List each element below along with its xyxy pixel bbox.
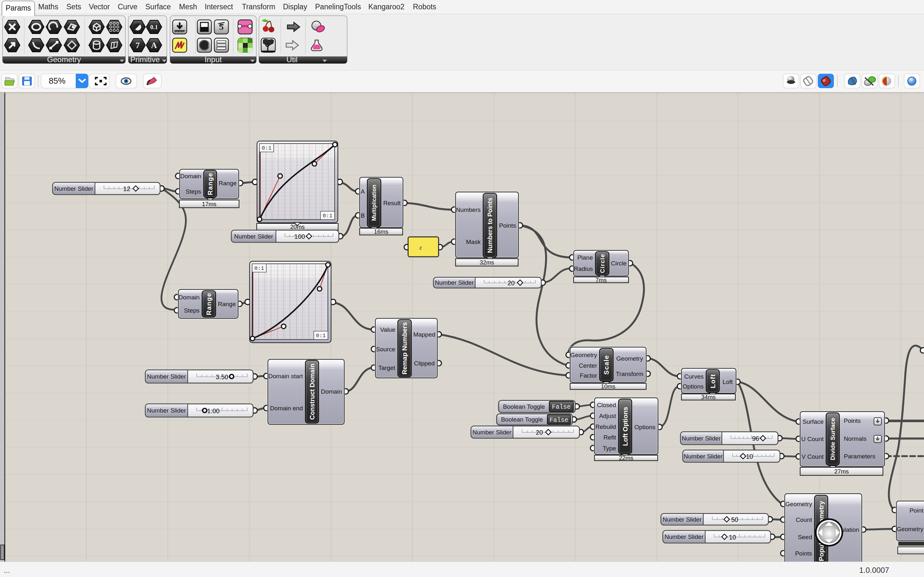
svg-text:Util: Util [286, 55, 298, 64]
svg-text:50: 50 [731, 516, 738, 523]
svg-text:100: 100 [294, 233, 305, 240]
svg-text:Radius: Radius [574, 266, 593, 272]
svg-text:Number Slider: Number Slider [435, 279, 474, 286]
svg-text:Circle: Circle [599, 253, 606, 273]
svg-text:Circle: Circle [611, 260, 627, 267]
svg-text:10: 10 [746, 453, 753, 460]
svg-text:Domain end: Domain end [270, 405, 303, 412]
svg-text:Numbers: Numbers [456, 206, 481, 213]
svg-text:Range: Range [219, 180, 237, 187]
svg-text:Geometry: Geometry [570, 351, 598, 358]
svg-text:Factor: Factor [580, 372, 598, 379]
svg-text:96: 96 [752, 435, 759, 442]
svg-text:Steps: Steps [186, 188, 201, 195]
svg-text:17ms: 17ms [202, 201, 216, 207]
svg-text:20: 20 [507, 279, 515, 287]
svg-text:Curves: Curves [684, 373, 704, 380]
svg-text:False: False [552, 404, 571, 411]
svg-text:Center: Center [579, 362, 598, 369]
svg-text:Type: Type [603, 445, 616, 452]
svg-text:Normals: Normals [844, 435, 867, 442]
svg-text:0.1: 0.1 [150, 24, 158, 31]
svg-text:Transform: Transform [616, 371, 644, 377]
svg-text:Mapped: Mapped [413, 331, 435, 338]
svg-text:10ms: 10ms [601, 383, 615, 390]
svg-text:Number Slider: Number Slider [473, 429, 512, 436]
svg-text:Closed: Closed [597, 402, 616, 408]
svg-text:Range: Range [206, 172, 214, 195]
svg-text:12: 12 [123, 185, 130, 192]
svg-text:Construct Domain: Construct Domain [309, 364, 316, 420]
svg-text:Loft Options: Loft Options [622, 407, 629, 446]
svg-text:0:1: 0:1 [323, 213, 333, 219]
svg-text:32ms: 32ms [480, 259, 494, 266]
svg-text:Divide Surface: Divide Surface [829, 418, 836, 460]
svg-text:27ms: 27ms [834, 468, 849, 475]
svg-text:Numbers to Points: Numbers to Points [486, 198, 493, 253]
svg-text:7ms: 7ms [596, 277, 607, 284]
svg-text:B: B [360, 212, 365, 219]
svg-text:Mask: Mask [466, 239, 481, 245]
svg-text:Points: Points [795, 550, 812, 557]
svg-text:Loft: Loft [709, 374, 716, 388]
svg-text:Domain: Domain [321, 388, 342, 395]
svg-text:Number Slider: Number Slider [147, 407, 186, 414]
svg-text:Geometry: Geometry [897, 526, 924, 532]
svg-text:Options: Options [634, 424, 655, 430]
svg-text:85%: 85% [49, 76, 65, 85]
svg-text:Rebuild: Rebuild [596, 424, 616, 430]
svg-text:A: A [360, 188, 365, 195]
svg-text:Options: Options [683, 383, 704, 390]
svg-text:Remap Numbers: Remap Numbers [401, 322, 408, 374]
svg-text:7: 7 [136, 41, 140, 50]
svg-text:Plane: Plane [577, 254, 593, 261]
svg-text:Result: Result [383, 200, 401, 206]
svg-text:Seed: Seed [798, 534, 812, 540]
svg-text:Range: Range [218, 301, 236, 308]
svg-text:1.00: 1.00 [207, 408, 220, 414]
svg-text:Number Slider: Number Slider [662, 516, 702, 523]
svg-text:0:1: 0:1 [316, 333, 326, 339]
svg-text:22ms: 22ms [619, 455, 633, 461]
svg-text:Input: Input [205, 55, 222, 64]
svg-text:Adjust: Adjust [599, 413, 616, 419]
svg-text:16ms: 16ms [374, 228, 388, 235]
svg-text:Value: Value [380, 326, 395, 333]
svg-text:Parameters: Parameters [844, 453, 875, 460]
svg-text:Point: Point [909, 507, 924, 514]
svg-text:Range: Range [205, 293, 212, 316]
svg-text:Steps: Steps [184, 307, 200, 314]
svg-text:Refit: Refit [604, 434, 616, 441]
svg-text:A: A [151, 41, 157, 50]
svg-text:0:1: 0:1 [262, 145, 272, 151]
svg-text:False: False [549, 417, 569, 424]
svg-text:Multiplication: Multiplication [371, 185, 377, 221]
svg-text:Loft: Loft [722, 379, 733, 385]
svg-text:Domain: Domain [179, 294, 200, 301]
svg-text:Count: Count [796, 516, 812, 523]
svg-text:Source: Source [376, 346, 395, 353]
svg-text:10: 10 [729, 534, 736, 541]
svg-text:Scale: Scale [603, 355, 610, 375]
svg-text:Number Slider: Number Slider [147, 373, 186, 380]
svg-text:34ms: 34ms [701, 394, 716, 400]
svg-text:0:1: 0:1 [254, 266, 264, 271]
svg-text:Number Slider: Number Slider [54, 185, 94, 192]
svg-text:Geometry: Geometry [47, 55, 81, 64]
svg-text:Surface: Surface [803, 418, 824, 425]
svg-text:Number Slider: Number Slider [664, 533, 704, 540]
svg-text:Domain start: Domain start [268, 373, 303, 380]
svg-text:Clipped: Clipped [414, 360, 435, 367]
svg-text:20: 20 [536, 429, 543, 436]
svg-text:Number Slider: Number Slider [234, 233, 273, 240]
svg-text:Geometry: Geometry [785, 501, 813, 508]
svg-text:Number Slider: Number Slider [682, 435, 721, 442]
svg-text:Number Slider: Number Slider [684, 453, 723, 460]
svg-text:Points: Points [844, 417, 861, 424]
svg-text:Boolean Toggle: Boolean Toggle [501, 416, 543, 423]
svg-text:z: z [419, 245, 422, 251]
svg-text:Primitive: Primitive [130, 55, 160, 64]
svg-text:Points: Points [499, 222, 516, 229]
svg-text:Geometry: Geometry [616, 355, 643, 362]
svg-text:U Count: U Count [801, 436, 824, 442]
